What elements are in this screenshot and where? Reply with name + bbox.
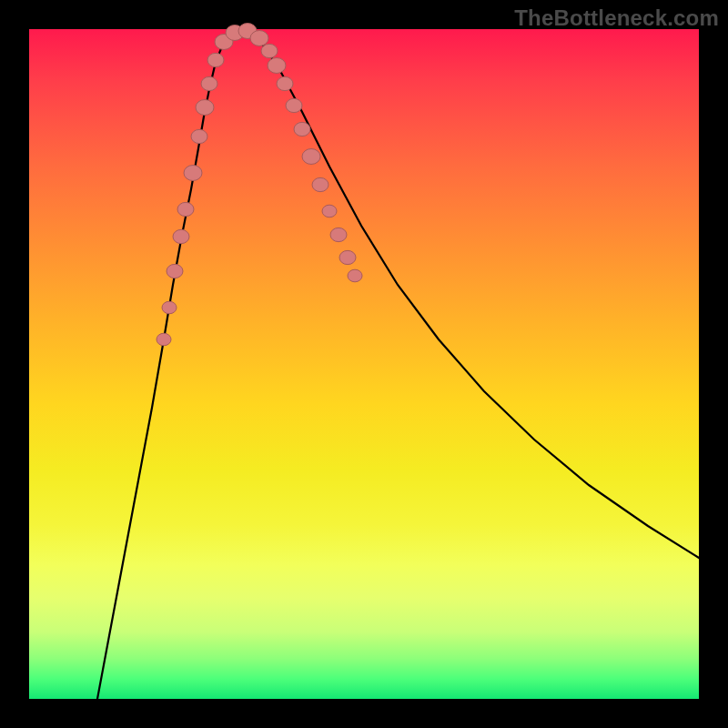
data-marker (286, 98, 302, 112)
data-marker (261, 44, 278, 57)
data-marker (330, 228, 347, 241)
watermark-text: TheBottleneck.com (514, 5, 719, 31)
data-marker (201, 76, 217, 90)
bottleneck-curve (97, 31, 699, 699)
data-marker (312, 177, 329, 191)
data-marker (196, 100, 214, 116)
data-marker (277, 76, 293, 90)
data-marker (191, 129, 207, 143)
data-marker (184, 166, 202, 181)
marker-group (157, 24, 362, 346)
data-marker (157, 333, 171, 346)
data-marker (268, 58, 286, 74)
data-marker (302, 149, 320, 165)
data-marker (322, 205, 337, 217)
data-marker (173, 229, 189, 243)
data-marker (339, 250, 356, 264)
data-marker (250, 31, 268, 46)
data-marker (167, 264, 183, 278)
data-marker (348, 269, 362, 282)
data-marker (177, 202, 194, 216)
curve-plot (29, 29, 699, 699)
data-marker (162, 301, 177, 314)
data-marker (294, 122, 310, 136)
data-marker (207, 53, 224, 66)
